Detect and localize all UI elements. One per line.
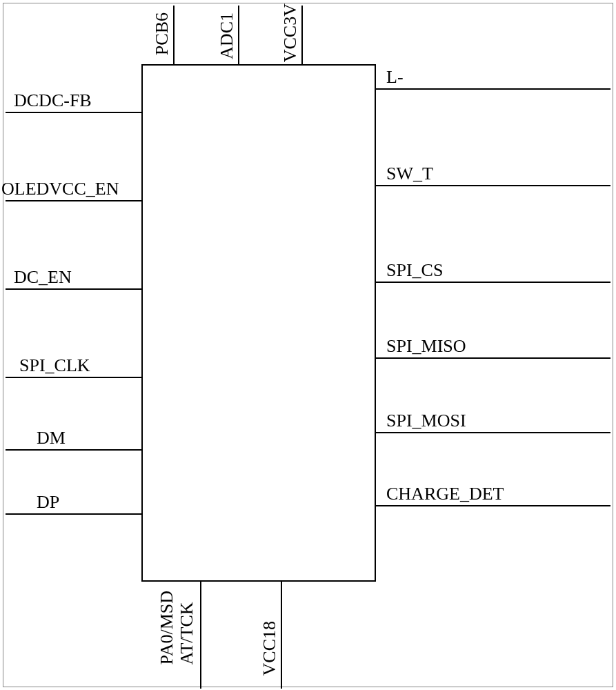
pin-label-dp: DP — [37, 493, 59, 511]
pin-label-pa0-msdat-tck: PA0/MSDAT/TCK — [157, 591, 197, 664]
pin-line-vcc18 — [281, 582, 282, 689]
pin-label-dcdc-fb: DCDC-FB — [14, 92, 92, 110]
pin-label-charge-det: CHARGE_DET — [386, 485, 504, 503]
pin-label-spi-miso: SPI_MISO — [386, 337, 466, 355]
pin-line-vcc3v — [301, 6, 303, 64]
pin-label-oledvcc-en: OLEDVCC_EN — [1, 180, 119, 198]
pin-label-vcc3v: VCC3V — [281, 3, 299, 62]
pin-line-dm — [6, 449, 141, 451]
pin-line-dc-en — [6, 288, 141, 290]
pin-label-adc1: ADC1 — [218, 12, 236, 59]
pin-line-adc1 — [238, 6, 239, 64]
pin-line-spi-mosi — [376, 432, 610, 433]
pin-line-oledvcc-en — [6, 200, 141, 201]
pin-line-spi-cs — [376, 282, 610, 283]
pin-line-dp — [6, 513, 141, 515]
pin-label-vcc18: VCC18 — [261, 621, 279, 676]
pin-line-spi-clk — [6, 377, 141, 378]
pin-label-sw-t: SW_T — [386, 165, 433, 183]
pin-label-pcb6: PCB6 — [153, 12, 171, 55]
pin-label-dm: DM — [37, 429, 66, 447]
pin-label-dc-en: DC_EN — [14, 268, 72, 286]
pin-label-l-minus: L- — [386, 68, 404, 86]
pin-line-pa0-msdat-tck — [200, 582, 201, 689]
pin-label-pa0-msdat-tck-text: PA0/MSDAT/TCK — [157, 591, 197, 664]
pin-label-spi-mosi: SPI_MOSI — [386, 412, 466, 430]
pin-line-charge-det — [376, 505, 610, 506]
pin-label-spi-cs: SPI_CS — [386, 262, 443, 279]
pin-line-dcdc-fb — [6, 112, 141, 113]
pin-line-l-minus — [376, 88, 610, 90]
chip-body — [141, 64, 376, 582]
pin-line-spi-miso — [376, 357, 610, 359]
pin-label-spi-clk: SPI_CLK — [19, 357, 90, 375]
diagram-stage: PCB6 ADC1 VCC3V DCDC-FB OLEDVCC_EN DC_EN… — [0, 0, 616, 690]
pin-line-pcb6 — [173, 6, 175, 64]
pin-line-sw-t — [376, 185, 610, 186]
